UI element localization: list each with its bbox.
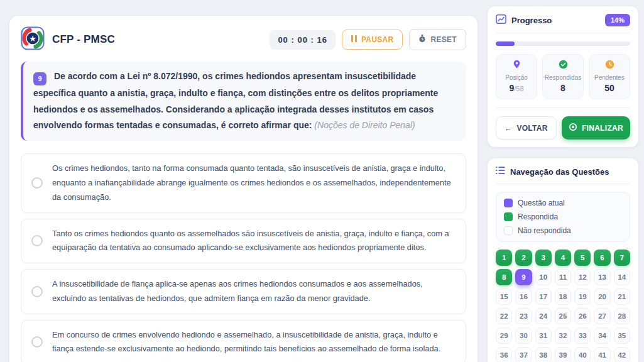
question-tile-25[interactable]: 25 <box>555 308 571 324</box>
question-tile-8[interactable]: 8 <box>496 269 512 285</box>
progress-actions: ← VOLTAR FINALIZAR <box>496 116 630 140</box>
question-tile-39[interactable]: 39 <box>555 347 571 362</box>
question-tile-24[interactable]: 24 <box>535 308 552 324</box>
question-tile-3[interactable]: 3 <box>535 250 552 266</box>
progress-bar <box>496 41 630 46</box>
question-tile-33[interactable]: 33 <box>574 327 591 344</box>
question-tile-1[interactable]: 1 <box>496 250 512 266</box>
radio-button[interactable] <box>31 235 43 246</box>
progress-stats: Posição 9/58 Respondidas 8 Pendentes 50 <box>496 54 630 99</box>
question-tile-7[interactable]: 7 <box>614 250 630 266</box>
question-tile-42[interactable]: 42 <box>614 347 630 362</box>
progress-header: Progresso 14% <box>496 14 630 33</box>
question-tile-10[interactable]: 10 <box>535 269 552 285</box>
arrow-left-icon: ← <box>505 124 512 133</box>
finish-button[interactable]: FINALIZAR <box>562 116 630 140</box>
legend-answered: Respondida <box>504 212 558 221</box>
question-tile-2[interactable]: 2 <box>515 250 532 266</box>
check-circle-icon <box>559 60 568 71</box>
option-text: Os crimes hediondos, tanto na forma cons… <box>52 162 456 204</box>
question-grid: 1234567891011121314151617181920212223242… <box>496 250 630 362</box>
question-tile-30[interactable]: 30 <box>515 327 532 344</box>
question-tile-26[interactable]: 26 <box>574 308 591 324</box>
question-tile-14[interactable]: 14 <box>614 269 630 285</box>
question-navigation-card: Navegação das Questões Questão atual Res… <box>488 158 638 362</box>
sidebar: Progresso 14% Posição 9/58 Respondidas 8 <box>488 6 638 362</box>
stat-answered: Respondidas 8 <box>542 54 584 99</box>
answer-option-3[interactable]: A insuscetibilidade de fiança aplica-se … <box>21 269 466 314</box>
option-text: Em concurso de crimes envolvendo hediond… <box>52 328 456 357</box>
question-tile-6[interactable]: 6 <box>594 250 610 266</box>
pause-icon <box>351 35 357 44</box>
question-tile-37[interactable]: 37 <box>515 347 532 362</box>
progress-bar-fill <box>496 41 515 46</box>
stat-pending: Pendentes 50 <box>589 54 630 99</box>
question-tile-38[interactable]: 38 <box>535 347 552 362</box>
question-tile-4[interactable]: 4 <box>555 250 571 266</box>
question-number-badge: 9 <box>33 72 46 85</box>
navigation-title: Navegação das Questões <box>510 167 630 177</box>
navigation-legend: Questão atual Respondida Não respondida <box>496 192 630 242</box>
question-tile-22[interactable]: 22 <box>496 308 512 324</box>
radio-button[interactable] <box>31 286 43 297</box>
question-tile-18[interactable]: 18 <box>555 288 571 305</box>
question-tile-15[interactable]: 15 <box>496 288 512 305</box>
back-button[interactable]: ← VOLTAR <box>496 116 557 140</box>
question-tile-27[interactable]: 27 <box>594 308 610 324</box>
question-tile-17[interactable]: 17 <box>535 288 552 305</box>
unanswered-swatch <box>504 226 513 235</box>
question-tile-20[interactable]: 20 <box>594 288 610 305</box>
question-subject: (Noções de Direito Penal) <box>314 120 415 130</box>
quiz-header: ★ CFP - PMSC 00 : 00 : 16 PAUSAR RESET <box>21 26 466 53</box>
reset-icon <box>418 35 426 45</box>
answer-option-4[interactable]: Em concurso de crimes envolvendo hediond… <box>21 320 466 362</box>
brand: ★ CFP - PMSC <box>21 26 115 53</box>
app-logo: ★ <box>21 26 45 53</box>
legend-current: Questão atual <box>504 199 565 207</box>
timer-display: 00 : 00 : 16 <box>270 30 336 50</box>
question-tile-23[interactable]: 23 <box>515 308 532 324</box>
question-tile-16[interactable]: 16 <box>515 288 532 305</box>
question-tile-21[interactable]: 21 <box>614 288 630 305</box>
navigation-header: Navegação das Questões <box>496 166 630 184</box>
question-tile-35[interactable]: 35 <box>614 327 630 344</box>
progress-card: Progresso 14% Posição 9/58 Respondidas 8 <box>488 6 638 147</box>
question-tile-40[interactable]: 40 <box>574 347 591 362</box>
progress-percent-badge: 14% <box>605 14 630 26</box>
current-swatch <box>504 199 513 207</box>
question-tile-19[interactable]: 19 <box>574 288 591 305</box>
radio-button[interactable] <box>31 177 43 189</box>
pin-icon <box>513 60 521 71</box>
chart-icon <box>496 14 506 26</box>
divider <box>496 107 630 108</box>
question-tile-5[interactable]: 5 <box>574 250 591 266</box>
answer-option-2[interactable]: Tanto os crimes hediondos quanto os asse… <box>21 219 466 264</box>
svg-text:★: ★ <box>29 34 36 43</box>
question-tile-31[interactable]: 31 <box>535 327 552 344</box>
question-tile-28[interactable]: 28 <box>614 308 630 324</box>
target-circle-icon <box>569 123 577 133</box>
list-icon <box>496 166 505 177</box>
question-tile-36[interactable]: 36 <box>496 347 512 362</box>
option-text: A insuscetibilidade de fiança aplica-se … <box>52 277 456 306</box>
page-title: CFP - PMSC <box>52 33 115 46</box>
question-tile-9[interactable]: 9 <box>515 269 532 285</box>
radio-button[interactable] <box>31 336 43 348</box>
answer-option-1[interactable]: Os crimes hediondos, tanto na forma cons… <box>21 153 466 212</box>
answered-swatch <box>504 212 513 221</box>
question-tile-12[interactable]: 12 <box>574 269 591 285</box>
question-tile-34[interactable]: 34 <box>594 327 610 344</box>
question-tile-41[interactable]: 41 <box>594 347 610 362</box>
question-tile-32[interactable]: 32 <box>555 327 571 344</box>
timer-group: 00 : 00 : 16 PAUSAR RESET <box>270 29 466 50</box>
question-tile-13[interactable]: 13 <box>594 269 610 285</box>
question-tile-11[interactable]: 11 <box>555 269 571 285</box>
pause-button[interactable]: PAUSAR <box>342 30 403 50</box>
quiz-card: ★ CFP - PMSC 00 : 00 : 16 PAUSAR RESET 9 <box>9 16 478 362</box>
progress-title: Progresso <box>511 16 600 25</box>
stat-position: Posição 9/58 <box>496 54 537 99</box>
option-text: Tanto os crimes hediondos quanto os asse… <box>52 227 456 256</box>
reset-button[interactable]: RESET <box>409 29 466 50</box>
options-list: Os crimes hediondos, tanto na forma cons… <box>21 153 466 362</box>
question-tile-29[interactable]: 29 <box>496 327 512 344</box>
